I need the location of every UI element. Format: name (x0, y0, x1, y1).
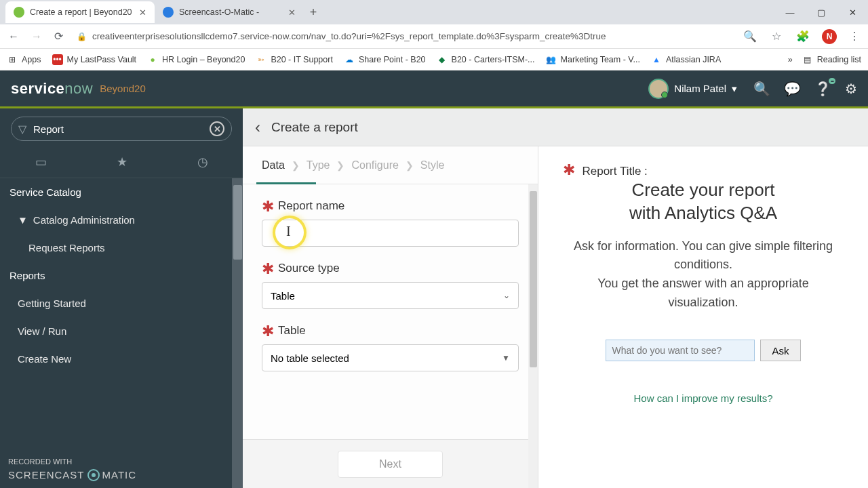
chat-icon[interactable]: 💬 (784, 81, 801, 97)
window-controls: — ▢ ✕ (774, 0, 868, 24)
help-icon[interactable]: ❔ (814, 81, 831, 97)
app-header: servicenow Beyond20 Nilam Patel ▾ 🔍 💬 ❔ … (0, 70, 868, 108)
bookmark-item[interactable]: ➳B20 - IT Support (256, 54, 333, 65)
bookmark-star-icon[interactable]: ☆ (769, 27, 784, 45)
form-footer: Next (243, 439, 538, 488)
nav-tab-favorites-icon[interactable]: ★ (117, 155, 127, 169)
apps-button[interactable]: ⊞Apps (7, 54, 41, 65)
minimize-button[interactable]: — (774, 0, 806, 24)
instance-name[interactable]: Beyond20 (100, 83, 146, 94)
nav-section-reports[interactable]: Reports (0, 262, 243, 289)
zoom-icon[interactable]: 🔍 (741, 27, 760, 45)
extensions-icon[interactable]: 🧩 (793, 27, 812, 45)
favicon-icon (163, 7, 174, 18)
source-type-label: ✱Source type (262, 262, 519, 275)
browser-tab[interactable]: Screencast-O-Matic - ✕ (155, 1, 304, 23)
servicenow-logo[interactable]: servicenow (11, 80, 93, 98)
wizard-step-configure[interactable]: Configure (349, 159, 401, 171)
app-body: ▽ ✕ ▭ ★ ◷ Service Catalog ▼Catalog Admin… (0, 108, 868, 488)
chevron-down-icon: ▼ (18, 214, 28, 226)
bookmark-icon: ◆ (437, 54, 448, 65)
chevron-right-icon: ❯ (336, 160, 344, 171)
url-text: creativeenterprisesolutionsllcdemo7.serv… (92, 31, 606, 41)
nav-forward-icon[interactable]: → (28, 28, 45, 45)
ask-button[interactable]: Ask (760, 340, 800, 361)
nav-list[interactable]: Service Catalog ▼Catalog Administration … (0, 178, 243, 488)
table-select[interactable]: No table selected ▼ (262, 344, 519, 371)
left-nav: ▽ ✕ ▭ ★ ◷ Service Catalog ▼Catalog Admin… (0, 108, 243, 488)
wizard-step-type[interactable]: Type (304, 159, 333, 171)
wizard-steps: Data ❯ Type ❯ Configure ❯ Style (243, 146, 538, 184)
analytics-qa-panel: ✱ Report Title : Create your report with… (538, 146, 868, 488)
bookmark-item[interactable]: •••My LastPass Vault (52, 54, 137, 65)
nav-tab-all-icon[interactable]: ▭ (35, 155, 47, 169)
bookmark-item[interactable]: ◆B20 - Carters-ITSM-... (437, 54, 535, 65)
new-tab-button[interactable]: + (304, 5, 323, 20)
main-frame: ‹ Create a report Data ❯ Type ❯ Configur… (243, 108, 868, 488)
chevron-right-icon: ❯ (406, 160, 414, 171)
report-name-input[interactable] (262, 220, 519, 247)
close-tab-icon[interactable]: ✕ (288, 7, 296, 18)
nav-filter-input[interactable] (33, 123, 203, 135)
bookmark-icon: ▲ (651, 54, 662, 65)
address-bar-row: ← → ⟳ 🔒 creativeenterprisesolutionsllcde… (0, 24, 868, 49)
bookmarks-overflow[interactable]: » (788, 55, 793, 64)
report-title-label: Report Title : (582, 165, 647, 178)
close-window-button[interactable]: ✕ (837, 0, 868, 24)
nav-item-request-reports[interactable]: Request Reports (0, 234, 243, 262)
qa-heading: Create your report with Analytics Q&A (563, 179, 844, 225)
nav-filter[interactable]: ▽ ✕ (11, 117, 232, 141)
qa-input[interactable] (606, 340, 755, 361)
report-form: Data ❯ Type ❯ Configure ❯ Style ✱Report … (243, 146, 538, 488)
bookmark-item[interactable]: ☁Share Point - B20 (344, 54, 426, 65)
reload-icon[interactable]: ⟳ (52, 27, 66, 45)
nav-tab-history-icon[interactable]: ◷ (197, 155, 208, 169)
form-scrollbar[interactable] (528, 184, 538, 488)
improve-results-link[interactable]: How can I improve my results? (563, 392, 844, 404)
browser-tabbar: Create a report | Beyond20 ✕ Screencast-… (0, 0, 868, 24)
nav-item-create-new[interactable]: Create New (0, 345, 243, 373)
bookmark-item[interactable]: ●HR Login – Beyond20 (147, 54, 245, 65)
nav-item-getting-started[interactable]: Getting Started (0, 289, 243, 317)
scrollbar-thumb[interactable] (530, 191, 537, 367)
next-button[interactable]: Next (338, 451, 443, 478)
nav-item-catalog-admin[interactable]: ▼Catalog Administration (0, 206, 243, 234)
page-header: ‹ Create a report (243, 108, 868, 146)
nav-scrollbar[interactable] (232, 178, 243, 488)
browser-tab-active[interactable]: Create a report | Beyond20 ✕ (5, 1, 155, 23)
bookmark-item[interactable]: ▲Atlassian JIRA (651, 54, 721, 65)
favicon-icon (14, 7, 24, 18)
maximize-button[interactable]: ▢ (806, 0, 837, 24)
user-avatar-icon (648, 79, 669, 99)
browser-window: Create a report | Beyond20 ✕ Screencast-… (0, 0, 868, 488)
source-type-select[interactable]: Table ⌄ (262, 282, 519, 309)
address-bar[interactable]: 🔒 creativeenterprisesolutionsllcdemo7.se… (73, 28, 734, 44)
required-asterisk-icon: ✱ (262, 203, 274, 210)
clear-filter-button[interactable]: ✕ (210, 121, 224, 136)
nav-tabs: ▭ ★ ◷ (0, 149, 243, 178)
report-name-label: ✱Report name (262, 199, 519, 213)
wizard-step-data[interactable]: Data (259, 159, 288, 171)
qa-description: Ask for information. You can give simple… (563, 237, 844, 313)
user-menu[interactable]: Nilam Patel ▾ (648, 79, 737, 99)
nav-back-icon[interactable]: ← (5, 28, 22, 45)
close-tab-icon[interactable]: ✕ (139, 7, 146, 18)
table-label: ✱Table (262, 324, 519, 338)
filter-icon: ▽ (18, 123, 26, 136)
nav-item-view-run[interactable]: View / Run (0, 317, 243, 345)
bookmark-item[interactable]: 👥Marketing Team - V... (546, 54, 640, 65)
scrollbar-thumb[interactable] (233, 185, 242, 260)
search-icon[interactable]: 🔍 (753, 81, 770, 97)
kebab-menu-icon[interactable]: ⋮ (846, 27, 863, 45)
required-asterisk-icon: ✱ (563, 161, 575, 178)
profile-button[interactable]: N (822, 29, 837, 44)
bookmarks-bar: ⊞Apps •••My LastPass Vault ●HR Login – B… (0, 49, 868, 70)
back-icon[interactable]: ‹ (255, 118, 260, 137)
nav-section-service-catalog[interactable]: Service Catalog (0, 178, 243, 206)
reading-list-icon: ▤ (802, 54, 813, 65)
gear-icon[interactable]: ⚙ (845, 81, 857, 97)
wizard-step-style[interactable]: Style (418, 159, 448, 171)
user-name: Nilam Patel (674, 83, 726, 94)
required-asterisk-icon: ✱ (262, 265, 274, 272)
reading-list-button[interactable]: ▤Reading list (802, 54, 861, 65)
